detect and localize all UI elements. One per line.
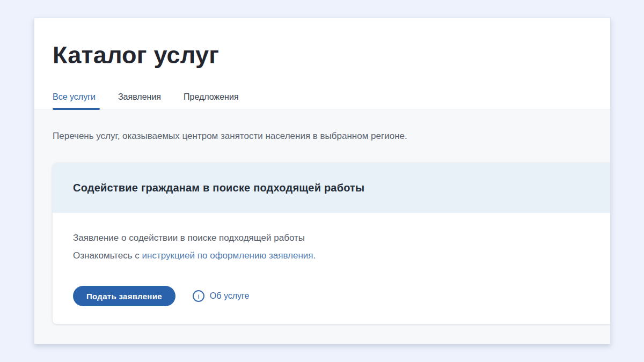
submit-application-button[interactable]: Подать заявление <box>73 286 175 306</box>
services-section: Перечень услуг, оказываемых центром заня… <box>34 109 610 344</box>
tab-offers-label: Предложения <box>184 92 239 101</box>
info-icon: i <box>193 290 204 302</box>
catalog-header: Каталог услуг Все услуги Заявления Предл… <box>34 18 610 109</box>
instruction-text-suffix: . <box>313 250 316 261</box>
about-service-label: Об услуге <box>210 291 250 301</box>
service-card-title: Содействие гражданам в поиске подходящей… <box>73 182 590 194</box>
section-description: Перечень услуг, оказываемых центром заня… <box>53 131 610 142</box>
instruction-link[interactable]: инструкцией по оформлению заявления <box>142 250 313 261</box>
tab-applications[interactable]: Заявления <box>118 92 161 109</box>
service-description-line-1: Заявление о содействии в поиске подходящ… <box>73 229 590 247</box>
service-actions: Подать заявление i Об услуге <box>73 286 590 306</box>
tab-offers[interactable]: Предложения <box>184 92 239 109</box>
service-card: Содействие гражданам в поиске подходящей… <box>53 163 610 324</box>
tab-all-services-label: Все услуги <box>53 92 96 101</box>
page-background: { "page": { "title": "Каталог услуг" }, … <box>0 0 644 362</box>
service-card-header: Содействие гражданам в поиске подходящей… <box>53 163 610 213</box>
page-title: Каталог услуг <box>53 42 592 69</box>
catalog-tabs: Все услуги Заявления Предложения <box>53 92 592 109</box>
about-service-link[interactable]: i Об услуге <box>193 290 250 302</box>
tab-all-services[interactable]: Все услуги <box>53 92 96 109</box>
catalog-panel: Каталог услуг Все услуги Заявления Предл… <box>34 18 611 344</box>
instruction-text-prefix: Ознакомьтесь с <box>73 250 142 261</box>
service-card-body: Заявление о содействии в поиске подходящ… <box>53 213 610 324</box>
tab-applications-label: Заявления <box>118 92 161 101</box>
service-description-line-2: Ознакомьтесь с инструкцией по оформлению… <box>73 247 590 264</box>
